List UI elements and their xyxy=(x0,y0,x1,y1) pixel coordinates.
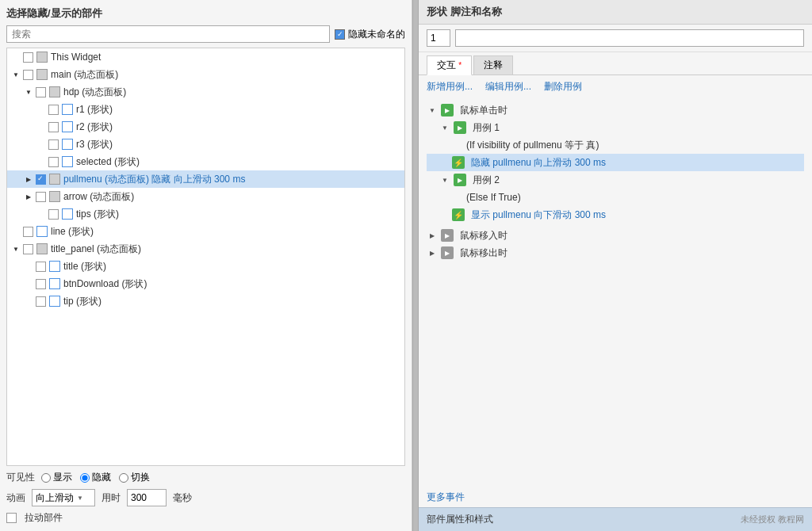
cb-selected[interactable] xyxy=(48,157,59,167)
radio-group-visibility: 显示 隐藏 切换 xyxy=(41,471,150,484)
event-case2-action[interactable]: 显示 pullmenu 向下滑动 300 ms xyxy=(427,206,804,223)
label-case1: 用例 1 xyxy=(473,121,500,135)
icon-mouse-click xyxy=(441,104,454,117)
watermark: 未经授权 教程网 xyxy=(741,514,804,525)
event-mouse-hover[interactable]: 鼠标移入时 xyxy=(427,227,804,244)
icon-mouse-out xyxy=(441,246,454,259)
widget-tree: This Widget main (动态面板) hdp (动态面板) r1 (形… xyxy=(6,48,405,466)
event-case1[interactable]: 用例 1 xyxy=(427,119,804,136)
icon-main xyxy=(36,69,48,80)
cb-r1[interactable] xyxy=(48,105,59,115)
label-tips: tips (形状) xyxy=(76,208,119,221)
tree-item-title[interactable]: title (形状) xyxy=(7,258,404,275)
tree-item-arrow[interactable]: arrow (动态面板) xyxy=(7,188,404,205)
tree-item-this-widget[interactable]: This Widget xyxy=(7,48,404,66)
arrow-arrow[interactable] xyxy=(23,191,34,202)
event-case1-action[interactable]: 隐藏 pullmenu 向上滑动 300 ms xyxy=(427,154,804,171)
shape-number-input[interactable] xyxy=(427,29,450,47)
cb-r3[interactable] xyxy=(48,139,59,150)
arrow-title-panel[interactable] xyxy=(10,243,21,254)
icon-title-panel xyxy=(36,243,48,254)
radio-toggle[interactable]: 切换 xyxy=(119,471,150,484)
animation-row: 动画 向上滑动 ▼ 用时 毫秒 xyxy=(6,489,405,506)
hide-unnamed-container: 隐藏未命名的 xyxy=(335,28,405,41)
event-mouse-click[interactable]: 鼠标单击时 xyxy=(427,101,804,119)
tab-notes[interactable]: 注释 xyxy=(473,55,513,74)
icon-pullmenu xyxy=(49,174,60,185)
cb-title-panel[interactable] xyxy=(23,244,33,254)
more-events-link[interactable]: 更多事件 xyxy=(419,487,812,507)
duration-input[interactable] xyxy=(127,489,167,506)
label-mouse-hover: 鼠标移入时 xyxy=(460,229,508,243)
radio-hide-input[interactable] xyxy=(80,473,90,483)
tree-item-r3[interactable]: r3 (形状) xyxy=(7,136,404,153)
radio-show[interactable]: 显示 xyxy=(41,471,72,484)
radio-show-input[interactable] xyxy=(41,473,51,483)
cb-tips[interactable] xyxy=(48,209,59,220)
cb-pullmenu[interactable] xyxy=(36,174,46,185)
add-case-link[interactable]: 新增用例... xyxy=(427,80,473,94)
label-case1-condition: (If visibility of pullmenu 等于 真) xyxy=(466,139,599,152)
label-case2: 用例 2 xyxy=(473,174,500,187)
delete-case-link[interactable]: 删除用例 xyxy=(544,80,582,94)
cb-this-widget[interactable] xyxy=(23,52,33,63)
search-input[interactable] xyxy=(6,25,330,43)
cb-hdp[interactable] xyxy=(36,87,46,97)
tree-item-pullmenu[interactable]: pullmenu (动态面板) 隐藏 向上滑动 300 ms xyxy=(7,170,404,188)
cb-drag[interactable] xyxy=(6,513,17,523)
event-case2[interactable]: 用例 2 xyxy=(427,171,804,189)
edit-case-link[interactable]: 编辑用例... xyxy=(485,80,531,94)
cb-line[interactable] xyxy=(23,227,33,237)
label-case2-action: 显示 pullmenu 向下滑动 300 ms xyxy=(471,208,606,222)
visibility-row: 可见性 显示 隐藏 切换 xyxy=(6,471,405,484)
panel-divider[interactable] xyxy=(412,0,419,531)
left-panel: 选择隐藏/显示的部件 隐藏未命名的 This Widget main (动态面板… xyxy=(0,0,412,531)
arrow-main[interactable] xyxy=(10,69,21,80)
tree-item-tips[interactable]: tips (形状) xyxy=(7,205,404,223)
tree-item-selected[interactable]: selected (形状) xyxy=(7,153,404,170)
icon-r2 xyxy=(62,121,73,132)
radio-toggle-input[interactable] xyxy=(119,473,128,483)
icon-case1-action xyxy=(452,156,465,169)
icon-r3 xyxy=(62,139,73,150)
cb-btndownload[interactable] xyxy=(36,279,46,289)
arrow-case1 xyxy=(439,122,450,133)
icon-hdp xyxy=(49,86,60,97)
label-r1: r1 (形状) xyxy=(76,103,113,117)
label-hdp: hdp (动态面板) xyxy=(63,86,126,99)
tree-item-r1[interactable]: r1 (形状) xyxy=(7,101,404,118)
cb-r2[interactable] xyxy=(48,122,59,132)
animation-dropdown[interactable]: 向上滑动 ▼ xyxy=(32,489,95,506)
action-links: 新增用例... 编辑用例... 删除用例 xyxy=(419,75,812,98)
unit-label: 毫秒 xyxy=(173,491,192,505)
drag-row: 拉动部件 xyxy=(6,511,405,525)
icon-selected xyxy=(62,156,73,167)
duration-label: 用时 xyxy=(102,491,121,505)
search-bar: 隐藏未命名的 xyxy=(6,25,405,43)
arrow-hdp[interactable] xyxy=(23,86,34,97)
radio-hide-label: 隐藏 xyxy=(92,471,111,484)
cb-arrow[interactable] xyxy=(36,192,46,202)
icon-case1 xyxy=(454,121,466,134)
cb-main[interactable] xyxy=(23,70,33,80)
tree-item-hdp[interactable]: hdp (动态面板) xyxy=(7,83,404,101)
cb-title[interactable] xyxy=(36,262,46,272)
cb-tip[interactable] xyxy=(36,296,46,307)
event-case1-condition: (If visibility of pullmenu 等于 真) xyxy=(427,136,804,154)
tree-item-tip[interactable]: tip (形状) xyxy=(7,292,404,310)
tree-item-line[interactable]: line (形状) xyxy=(7,223,404,240)
visibility-label: 可见性 xyxy=(6,471,35,484)
tree-item-r2[interactable]: r2 (形状) xyxy=(7,118,404,136)
tree-item-btndownload[interactable]: btnDownload (形状) xyxy=(7,275,404,292)
tree-item-title-panel[interactable]: title_panel (动态面板) xyxy=(7,240,404,258)
label-pullmenu: pullmenu (动态面板) 隐藏 向上滑动 300 ms xyxy=(63,173,245,186)
hide-unnamed-checkbox[interactable] xyxy=(335,29,345,40)
radio-hide[interactable]: 隐藏 xyxy=(80,471,111,484)
shape-name-input[interactable] xyxy=(455,29,804,47)
event-mouse-out[interactable]: 鼠标移出时 xyxy=(427,244,804,262)
right-footer: 部件属性和样式 未经授权 教程网 xyxy=(419,507,812,531)
tab-interaction[interactable]: 交互 * xyxy=(427,55,472,75)
arrow-pullmenu[interactable] xyxy=(23,174,34,185)
tree-item-main[interactable]: main (动态面板) xyxy=(7,66,404,83)
label-case1-action: 隐藏 pullmenu 向上滑动 300 ms xyxy=(471,156,606,170)
